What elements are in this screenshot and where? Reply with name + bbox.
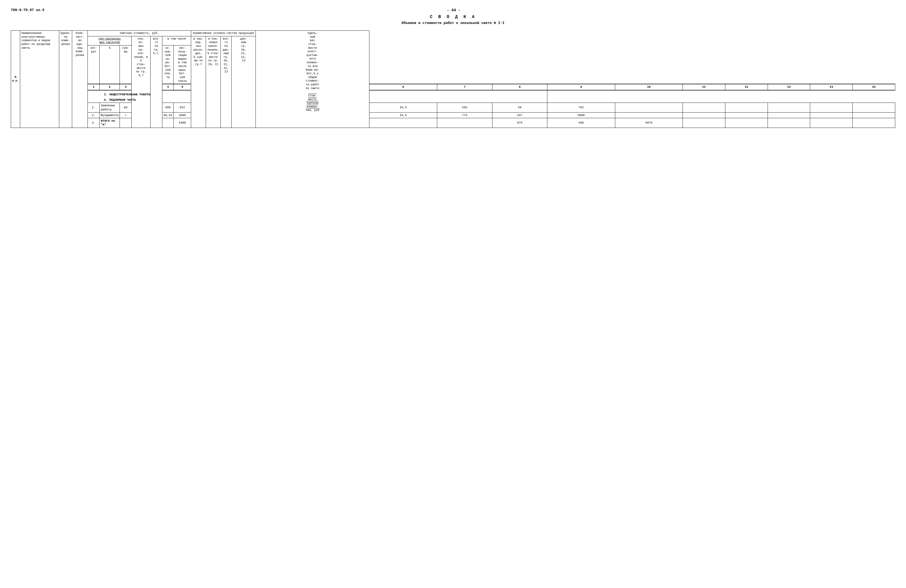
main-table: №п.п. Наименование конструктивных элемен… <box>11 30 895 128</box>
col-num-9: 9 <box>547 84 615 90</box>
row2-unit: • <box>120 112 132 118</box>
col-num-2: 2 <box>100 84 120 90</box>
col-header-name: Наименование конструктивных элементов и … <box>20 31 59 128</box>
row3-direct: 5309 <box>174 118 191 128</box>
row3-naklad <box>725 118 767 128</box>
col-num-3: 3 <box>120 84 132 90</box>
col-header-smeta: Сметная стоимость, руб. <box>88 31 191 37</box>
col-num-1: I <box>88 84 100 90</box>
row2-osnov <box>615 112 683 118</box>
col-header-pryamye: пря-накладныхмых расходов <box>88 36 132 45</box>
col-num-14: I4 <box>810 84 853 90</box>
col-header-unit: Едини-паизме-рения <box>59 31 72 128</box>
row3-total: 6679 <box>615 118 683 128</box>
row3-num: 3. <box>88 118 100 128</box>
row1-total: 78I <box>547 103 615 113</box>
row1-name: Земляные работы <box>100 103 120 113</box>
row1-overhead-pct: I6,5 <box>369 103 437 113</box>
row1-qty: 660 <box>162 103 174 113</box>
row3-qty <box>162 118 174 128</box>
row2-direct: 4688 <box>174 112 191 118</box>
col-num-4: 4 <box>162 84 174 90</box>
doc-id: 709-9-79.87 ал.5 <box>11 8 45 12</box>
row3-plan-accum: 875 <box>492 118 547 128</box>
page-number: - 44 - <box>45 8 863 13</box>
col-num-11: II <box>683 84 725 90</box>
row2-dan <box>810 112 853 118</box>
col-num-8: 8 <box>492 84 547 90</box>
col-header-v-tom-chisle: в том числе <box>162 36 191 45</box>
row2-qty: 86,6I <box>162 112 174 118</box>
col-num-10: I0 <box>615 84 683 90</box>
row2-total: 5898 <box>547 112 615 118</box>
col-header-udel: Удель-ныйвесстои-мостиконст-руктив-ногоэ… <box>256 31 369 128</box>
col-header-norm: Нормативная условно-чистая продукция <box>191 31 256 37</box>
row1-plan-n <box>767 103 810 113</box>
col-header-num: №п.п. <box>11 31 20 128</box>
col-header-zat: зат-рат <box>88 45 100 84</box>
row3-total-col2: 495 <box>547 118 615 128</box>
row2-num: 2. <box>88 112 100 118</box>
row3-exp <box>683 118 725 128</box>
col-header-osnov: ос-нов-нойза-ра-бот-нойпла-ты <box>162 45 174 84</box>
row1-osnov <box>615 103 683 113</box>
col-num-7: 7 <box>437 84 492 90</box>
header-row-1: №п.п. Наименование конструктивных элемен… <box>11 31 895 37</box>
row2-overhead-sum: 773 <box>437 112 492 118</box>
row2-name: Фундаменты <box>100 112 120 118</box>
doc-subtitle: Объемов и стоимости работ к локальной см… <box>11 21 895 25</box>
col-header-plan-nakop: в пла-новыхнакоп-лениях,% стои-мостипо г… <box>206 36 221 127</box>
row1-num: I. <box>88 103 100 113</box>
row2-exp <box>683 112 725 118</box>
row3-overhead-sum <box>437 118 492 128</box>
row3-plan-n <box>767 118 810 128</box>
row1-plan-accum: 58 <box>492 103 547 113</box>
row3-udel <box>853 118 895 128</box>
col-header-total-all: все-гопогр,5,7, <box>150 36 162 127</box>
row1-direct: 62I <box>174 103 191 113</box>
col-header-pct: % <box>100 45 120 84</box>
row1-unit: м3 <box>120 103 132 113</box>
row3-dan <box>810 118 853 128</box>
row3-unit <box>120 118 132 128</box>
row1-naklad <box>725 103 767 113</box>
row2-overhead-pct: I6,5 <box>369 112 437 118</box>
row1-udel <box>853 103 895 113</box>
col-header-vse-dan: все-гоподан-нымгр.I0,II,I2,I3 <box>221 36 231 127</box>
row3-name: ИТОГО по "А" <box>100 118 120 128</box>
document-header: 709-9-79.87 ал.5 - 44 - <box>11 8 895 13</box>
row3-overhead-pct <box>369 118 437 128</box>
row1-exp <box>683 103 725 113</box>
row2-plan-n <box>767 112 810 118</box>
col-header-exp: экс-плуа-тациимашинв томчислезара-бот-но… <box>174 45 191 84</box>
col-header-qty: Коли-чест-воеди-ницизме-рения <box>72 31 88 128</box>
col-num-15: I5 <box>853 84 895 90</box>
section-header-1: I. ОБЩЕСТРОИТЕЛЬНЫЕ РАБОТЫ <box>11 90 895 97</box>
row2-plan-accum: 437 <box>492 112 547 118</box>
col-header-dan: дан-нымгр.I0,II,I2,I3 <box>231 36 256 127</box>
row2-udel <box>853 112 895 118</box>
row2-naklad <box>725 112 767 118</box>
col-header-sum: сум-ма <box>120 45 132 84</box>
col-num-6: 6 <box>369 84 437 90</box>
doc-title: С В О Д К А <box>11 14 895 19</box>
row1-dan <box>810 103 853 113</box>
header-row-2: пря-накладныхмых расходов пла-но-выхна-к… <box>11 36 895 45</box>
col-header-naklad: в нак-лад-ныхрасхо-дах,% сум-мы погр.7 <box>191 36 206 127</box>
col-num-13: I3 <box>767 84 810 90</box>
subsection-header-a: А. ПОДЗЕМНАЯ ЧАСТЬ <box>11 97 895 103</box>
row1-overhead-sum: I02 <box>437 103 492 113</box>
col-header-plan-accum: пла-но-выхна-коп-лений, 8%стои-мостипо г… <box>132 36 150 127</box>
col-num-5: 5 <box>174 84 191 90</box>
col-num-12: I2 <box>725 84 767 90</box>
